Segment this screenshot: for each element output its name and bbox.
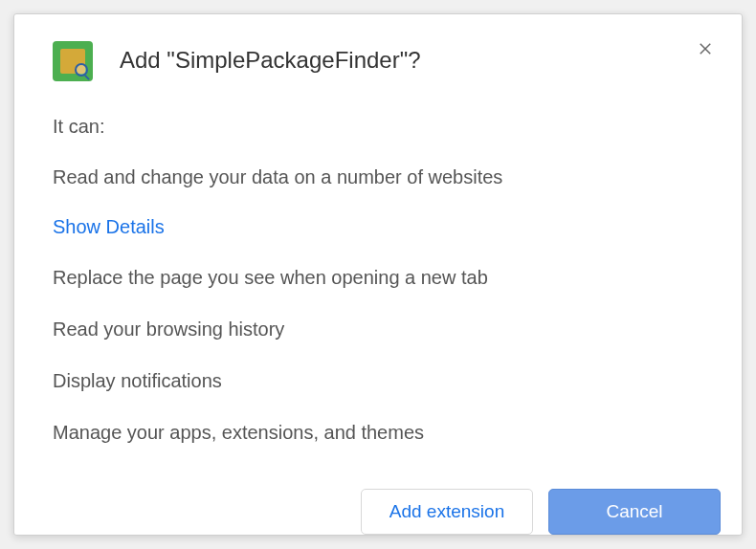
permission-item: Read your browsing history bbox=[53, 317, 703, 341]
dialog-footer: Add extension Cancel bbox=[14, 472, 742, 549]
permission-item: Read and change your data on a number of… bbox=[53, 165, 703, 189]
add-extension-button[interactable]: Add extension bbox=[361, 489, 533, 535]
show-details-link[interactable]: Show Details bbox=[53, 216, 165, 238]
dialog-header: Add "SimplePackageFinder"? bbox=[14, 14, 742, 81]
extension-install-dialog: Add "SimplePackageFinder"? It can: Read … bbox=[13, 13, 743, 536]
permission-item: Manage your apps, extensions, and themes bbox=[53, 420, 703, 445]
dialog-title: Add "SimplePackageFinder"? bbox=[120, 41, 421, 74]
close-button[interactable] bbox=[694, 37, 717, 60]
permission-item: Display notifications bbox=[53, 368, 703, 393]
close-icon bbox=[697, 40, 714, 57]
permissions-intro: It can: bbox=[53, 116, 703, 138]
permission-item: Replace the page you see when opening a … bbox=[53, 265, 703, 290]
dialog-body: It can: Read and change your data on a n… bbox=[14, 81, 742, 472]
cancel-button[interactable]: Cancel bbox=[548, 489, 721, 535]
extension-icon bbox=[53, 41, 93, 81]
